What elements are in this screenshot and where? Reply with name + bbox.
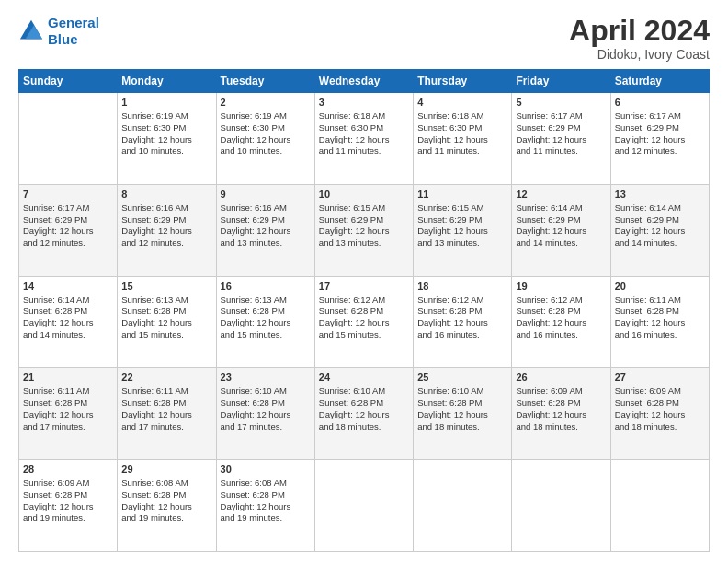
day-number: 25 — [417, 371, 507, 385]
day-info-line: Daylight: 12 hours — [121, 501, 211, 513]
logo-line2: Blue — [48, 31, 78, 47]
day-info-line: Daylight: 12 hours — [417, 134, 507, 146]
day-info-line: Sunset: 6:28 PM — [417, 305, 507, 317]
day-number: 27 — [615, 371, 705, 385]
day-number: 3 — [319, 96, 409, 109]
day-number: 11 — [417, 188, 507, 201]
day-info-line: Sunset: 6:29 PM — [417, 214, 507, 226]
day-info-line: Daylight: 12 hours — [221, 501, 311, 513]
day-info-line: and 11 minutes. — [417, 145, 507, 157]
day-info-line: Sunrise: 6:18 AM — [319, 110, 409, 122]
day-info-line: Daylight: 12 hours — [23, 225, 113, 237]
day-number: 9 — [221, 188, 311, 201]
day-info-line: Daylight: 12 hours — [23, 409, 113, 421]
day-info-line: Sunrise: 6:12 AM — [319, 294, 409, 306]
day-info-line: Sunrise: 6:16 AM — [221, 202, 311, 214]
day-info-line: Daylight: 12 hours — [221, 409, 311, 421]
day-info-line: Sunset: 6:28 PM — [23, 489, 113, 501]
logo: General Blue — [18, 15, 99, 48]
day-number: 17 — [319, 280, 409, 293]
day-info-line: Sunrise: 6:15 AM — [319, 202, 409, 214]
day-info-line: and 12 minutes. — [23, 237, 113, 249]
calendar-cell: 5Sunrise: 6:17 AMSunset: 6:29 PMDaylight… — [512, 93, 610, 185]
day-info-line: Daylight: 12 hours — [417, 225, 507, 237]
day-info-line: Sunset: 6:29 PM — [516, 122, 606, 134]
calendar-cell: 21Sunrise: 6:11 AMSunset: 6:28 PMDayligh… — [19, 368, 118, 460]
day-number: 5 — [516, 96, 606, 109]
calendar-cell: 18Sunrise: 6:12 AMSunset: 6:28 PMDayligh… — [414, 276, 512, 368]
day-number: 24 — [319, 371, 409, 385]
calendar-cell: 13Sunrise: 6:14 AMSunset: 6:29 PMDayligh… — [610, 184, 709, 276]
calendar-day-header: Sunday — [19, 70, 118, 93]
day-number: 30 — [221, 463, 311, 477]
day-info-line: and 16 minutes. — [615, 329, 705, 341]
day-info-line: and 19 minutes. — [221, 512, 311, 524]
day-info-line: Sunset: 6:29 PM — [516, 214, 606, 226]
day-info-line: and 11 minutes. — [319, 145, 409, 157]
day-info-line: Sunrise: 6:17 AM — [615, 110, 705, 122]
calendar-cell: 19Sunrise: 6:12 AMSunset: 6:28 PMDayligh… — [512, 276, 610, 368]
day-info-line: Sunrise: 6:17 AM — [23, 202, 113, 214]
day-info-line: Sunrise: 6:09 AM — [615, 385, 705, 397]
calendar-week-row: 21Sunrise: 6:11 AMSunset: 6:28 PMDayligh… — [19, 368, 710, 460]
calendar-cell: 7Sunrise: 6:17 AMSunset: 6:29 PMDaylight… — [19, 184, 118, 276]
day-info-line: Sunrise: 6:09 AM — [516, 385, 606, 397]
day-info-line: Sunrise: 6:10 AM — [319, 385, 409, 397]
day-info-line: Sunrise: 6:15 AM — [417, 202, 507, 214]
calendar-week-row: 28Sunrise: 6:09 AMSunset: 6:28 PMDayligh… — [19, 460, 710, 552]
calendar-day-header: Wednesday — [314, 70, 413, 93]
day-info-line: and 15 minutes. — [319, 329, 409, 341]
day-info-line: Daylight: 12 hours — [516, 317, 606, 329]
day-info-line: and 19 minutes. — [23, 512, 113, 524]
day-info-line: Sunset: 6:30 PM — [417, 122, 507, 134]
day-info-line: Sunrise: 6:12 AM — [516, 294, 606, 306]
calendar-cell — [314, 460, 413, 552]
day-info-line: Daylight: 12 hours — [221, 317, 311, 329]
calendar-day-header: Thursday — [414, 70, 512, 93]
day-info-line: Sunset: 6:28 PM — [221, 397, 311, 409]
day-info-line: and 18 minutes. — [319, 421, 409, 433]
calendar-cell — [414, 460, 512, 552]
calendar-cell: 1Sunrise: 6:19 AMSunset: 6:30 PMDaylight… — [118, 93, 216, 185]
calendar-cell — [610, 460, 709, 552]
day-info-line: and 15 minutes. — [121, 329, 211, 341]
day-info-line: and 15 minutes. — [221, 329, 311, 341]
day-info-line: and 12 minutes. — [121, 237, 211, 249]
day-info-line: and 18 minutes. — [417, 421, 507, 433]
day-info-line: Sunrise: 6:08 AM — [221, 477, 311, 489]
day-info-line: and 17 minutes. — [23, 421, 113, 433]
title-block: April 2024 Didoko, Ivory Coast — [569, 15, 710, 62]
calendar-cell: 11Sunrise: 6:15 AMSunset: 6:29 PMDayligh… — [414, 184, 512, 276]
day-info-line: Daylight: 12 hours — [121, 317, 211, 329]
day-number: 8 — [121, 188, 211, 201]
day-info-line: Daylight: 12 hours — [516, 134, 606, 146]
day-info-line: Sunset: 6:29 PM — [221, 214, 311, 226]
calendar-cell: 2Sunrise: 6:19 AMSunset: 6:30 PMDaylight… — [216, 93, 314, 185]
day-info-line: Sunset: 6:28 PM — [23, 305, 113, 317]
day-info-line: Sunset: 6:28 PM — [417, 397, 507, 409]
day-info-line: Sunrise: 6:08 AM — [121, 477, 211, 489]
day-info-line: Sunset: 6:29 PM — [615, 122, 705, 134]
calendar-cell: 25Sunrise: 6:10 AMSunset: 6:28 PMDayligh… — [414, 368, 512, 460]
day-info-line: Sunset: 6:28 PM — [221, 305, 311, 317]
day-info-line: Sunset: 6:28 PM — [121, 489, 211, 501]
day-number: 26 — [516, 371, 606, 385]
day-info-line: Sunset: 6:28 PM — [516, 397, 606, 409]
logo-line1: General — [48, 15, 99, 30]
day-info-line: and 12 minutes. — [615, 145, 705, 157]
calendar-cell: 27Sunrise: 6:09 AMSunset: 6:28 PMDayligh… — [610, 368, 709, 460]
day-number: 13 — [615, 188, 705, 201]
day-info-line: Daylight: 12 hours — [417, 317, 507, 329]
day-info-line: Daylight: 12 hours — [615, 317, 705, 329]
day-info-line: Sunrise: 6:10 AM — [417, 385, 507, 397]
day-info-line: Sunrise: 6:13 AM — [221, 294, 311, 306]
calendar-cell: 6Sunrise: 6:17 AMSunset: 6:29 PMDaylight… — [610, 93, 709, 185]
day-info-line: Sunset: 6:28 PM — [121, 397, 211, 409]
day-info-line: and 13 minutes. — [221, 237, 311, 249]
day-info-line: Daylight: 12 hours — [121, 134, 211, 146]
day-info-line: and 18 minutes. — [516, 421, 606, 433]
day-info-line: Sunset: 6:30 PM — [221, 122, 311, 134]
day-info-line: Sunrise: 6:18 AM — [417, 110, 507, 122]
calendar-cell: 28Sunrise: 6:09 AMSunset: 6:28 PMDayligh… — [19, 460, 118, 552]
calendar-cell: 4Sunrise: 6:18 AMSunset: 6:30 PMDaylight… — [414, 93, 512, 185]
